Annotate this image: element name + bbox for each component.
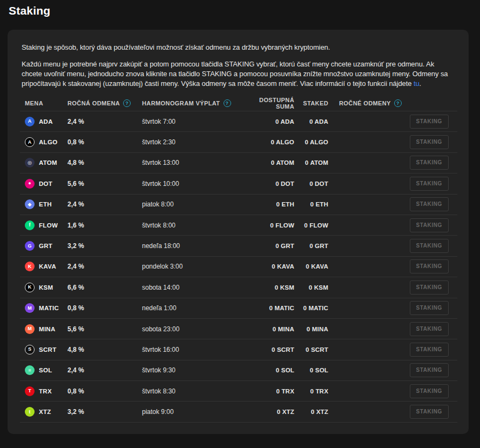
staking-button[interactable]: STAKING xyxy=(410,259,449,273)
annual-reward: 2,4 % xyxy=(67,366,142,374)
staked-amount: 0 FLOW xyxy=(294,222,328,229)
coin-cell: f FLOW xyxy=(20,220,67,230)
header-staked: STAKED xyxy=(294,100,328,106)
more-info-link[interactable]: tu xyxy=(414,79,420,88)
available-amount: 0 SCRT xyxy=(245,346,294,353)
payout-schedule: nedeľa 18:00 xyxy=(142,242,245,250)
coin-cell: M MATIC xyxy=(20,303,67,313)
annual-reward: 1,6 % xyxy=(67,222,142,229)
coin-icon: ● xyxy=(25,179,35,189)
coin-name: ALGO xyxy=(39,139,57,145)
staking-button[interactable]: STAKING xyxy=(410,197,449,211)
coin-name: ADA xyxy=(39,118,53,125)
action-cell: STAKING xyxy=(404,301,457,315)
coin-icon: f xyxy=(25,220,35,230)
action-cell: STAKING xyxy=(404,156,457,170)
staking-button[interactable]: STAKING xyxy=(410,156,449,170)
header-rocna-odmena: ROČNÁ ODMENA ? xyxy=(67,99,142,107)
payout-schedule: štvrtok 10:00 xyxy=(142,180,245,188)
table-row: T TRX 0,8 % štvrtok 8:30 0 TRX 0 TRX STA… xyxy=(20,381,457,402)
action-cell: STAKING xyxy=(404,115,457,129)
help-icon[interactable]: ? xyxy=(123,99,131,107)
page-title: Staking xyxy=(0,0,480,17)
coin-cell: ◎ ATOM xyxy=(20,158,67,168)
staking-button[interactable]: STAKING xyxy=(410,301,449,315)
coin-icon: K xyxy=(25,262,35,271)
intro-text: Staking je spôsob, ktorý dáva používateľ… xyxy=(22,43,454,89)
coin-name: GRT xyxy=(39,243,52,249)
payout-schedule: štvrtok 16:00 xyxy=(142,346,245,353)
available-amount: 0 ALGO xyxy=(245,139,294,145)
available-amount: 0 TRX xyxy=(245,388,294,394)
available-amount: 0 KAVA xyxy=(245,263,294,270)
coin-cell: ● DOT xyxy=(20,179,67,189)
table-row: ● DOT 5,6 % štvrtok 10:00 0 DOT 0 DOT ST… xyxy=(20,173,457,194)
staked-amount: 0 ETH xyxy=(294,201,328,208)
coin-icon: A xyxy=(25,117,35,126)
annual-reward: 2,4 % xyxy=(67,263,142,270)
annual-reward: 4,8 % xyxy=(67,159,142,166)
available-amount: 0 ATOM xyxy=(245,159,294,166)
table-row: K KSM 6,6 % sobota 14:00 0 KSM 0 KSM STA… xyxy=(20,277,457,298)
payout-schedule: štvrtok 8:30 xyxy=(142,387,245,395)
staking-button[interactable]: STAKING xyxy=(410,405,449,419)
staked-amount: 0 MATIC xyxy=(294,305,328,311)
coin-cell: ◆ ETH xyxy=(20,199,67,209)
coin-name: KAVA xyxy=(39,263,56,270)
staking-button[interactable]: STAKING xyxy=(410,135,449,149)
help-icon[interactable]: ? xyxy=(224,99,231,107)
table-row: K KAVA 2,4 % pondelok 3:00 0 KAVA 0 KAVA… xyxy=(20,257,457,277)
staking-button[interactable]: STAKING xyxy=(410,115,449,129)
table-row: G GRT 3,2 % nedeľa 18:00 0 GRT 0 GRT STA… xyxy=(20,236,457,256)
header-rocne-odmeny: ROČNÉ ODMENY ? xyxy=(328,99,404,107)
table-row: f FLOW 1,6 % štvrtok 8:00 0 FLOW 0 FLOW … xyxy=(20,215,457,236)
table-row: ≡ SOL 2,4 % štvrtok 9:30 0 SOL 0 SOL STA… xyxy=(20,360,457,381)
staking-button[interactable]: STAKING xyxy=(410,343,449,357)
staking-button[interactable]: STAKING xyxy=(410,177,449,191)
staked-amount: 0 SOL xyxy=(294,367,328,373)
coin-cell: S SCRT xyxy=(20,345,67,355)
staking-button[interactable]: STAKING xyxy=(410,280,449,295)
staking-panel: Staking je spôsob, ktorý dáva používateľ… xyxy=(8,30,469,434)
table-row: t XTZ 3,2 % piatok 9:00 0 XTZ 0 XTZ STAK… xyxy=(20,402,457,422)
staking-button[interactable]: STAKING xyxy=(410,218,449,232)
staking-button[interactable]: STAKING xyxy=(410,384,449,398)
coin-icon: t xyxy=(25,407,35,417)
staked-amount: 0 KSM xyxy=(294,284,328,291)
coin-cell: A ADA xyxy=(20,117,67,126)
payout-schedule: štvrtok 8:00 xyxy=(142,222,245,229)
coin-name: MATIC xyxy=(39,305,59,311)
help-icon[interactable]: ? xyxy=(394,99,402,107)
staked-amount: 0 SCRT xyxy=(294,346,328,353)
action-cell: STAKING xyxy=(404,239,457,253)
table-row: M MATIC 0,8 % nedeľa 1:00 0 MATIC 0 MATI… xyxy=(20,298,457,319)
coin-name: SOL xyxy=(39,367,52,373)
coin-icon: ◎ xyxy=(25,158,35,168)
coin-cell: K KAVA xyxy=(20,262,67,271)
header-dostupna-suma: DOSTUPNÁ SUMA xyxy=(245,97,294,110)
intro-paragraph-1: Staking je spôsob, ktorý dáva používateľ… xyxy=(22,43,454,52)
coin-cell: ≡ SOL xyxy=(20,365,67,375)
coin-name: DOT xyxy=(39,180,52,187)
coin-name: KSM xyxy=(39,284,53,291)
coin-icon: T xyxy=(25,386,35,396)
available-amount: 0 MINA xyxy=(245,326,294,332)
payout-schedule: nedeľa 1:00 xyxy=(142,304,245,312)
table-row: ◎ ATOM 4,8 % štvrtok 13:00 0 ATOM 0 ATOM… xyxy=(20,153,457,173)
table-row: ◆ ETH 2,4 % piatok 8:00 0 ETH 0 ETH STAK… xyxy=(20,195,457,215)
staking-button[interactable]: STAKING xyxy=(410,363,449,377)
staked-amount: 0 GRT xyxy=(294,243,328,249)
coin-icon: ◆ xyxy=(25,199,35,209)
coin-icon: M xyxy=(25,303,35,313)
coin-icon: S xyxy=(25,345,35,355)
staking-button[interactable]: STAKING xyxy=(410,322,449,336)
coin-name: ETH xyxy=(39,201,52,208)
coin-icon: M xyxy=(25,324,35,334)
coin-name: FLOW xyxy=(39,222,58,229)
action-cell: STAKING xyxy=(404,197,457,211)
staking-button[interactable]: STAKING xyxy=(410,239,449,253)
available-amount: 0 ETH xyxy=(245,201,294,208)
available-amount: 0 KSM xyxy=(245,284,294,291)
annual-reward: 0,8 % xyxy=(67,387,142,395)
coin-cell: A ALGO xyxy=(20,137,67,147)
